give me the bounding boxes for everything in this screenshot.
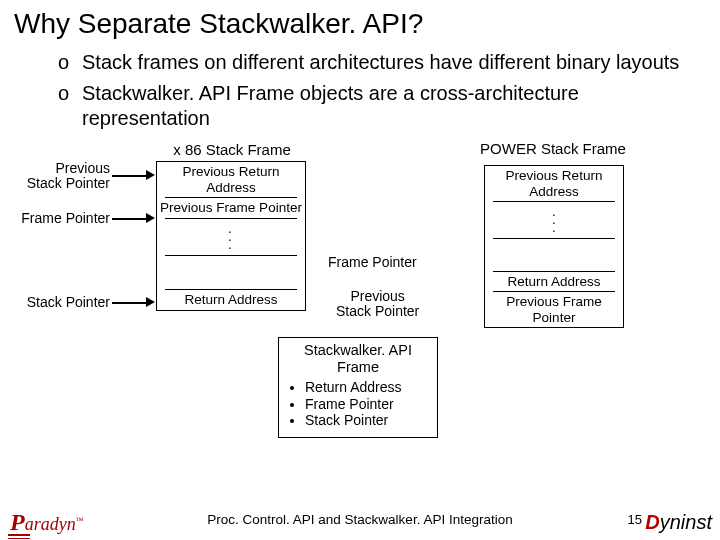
x86-heading: x 86 Stack Frame: [142, 141, 322, 158]
x86-cell: Return Address: [157, 290, 305, 310]
swapi-item: Frame Pointer: [305, 396, 429, 413]
footer-text: Proc. Control. API and Stackwalker. API …: [0, 512, 720, 527]
power-cell: Return Address: [485, 272, 623, 292]
label-prev-sp-mid: Previous Stack Pointer: [336, 289, 419, 320]
dyninst-logo: Dyninst: [645, 511, 712, 534]
label-fp: Frame Pointer: [10, 211, 110, 226]
power-cell: Previous Return Address: [485, 166, 623, 201]
diagram-area: Previous Stack Pointer Frame Pointer Sta…: [10, 147, 710, 427]
swapi-heading: Stackwalker. API Frame: [287, 342, 429, 377]
bullet-item: o Stack frames on different architecture…: [58, 50, 680, 75]
bullet-marker: o: [58, 81, 82, 131]
footer: Proc. Control. API and Stackwalker. API …: [0, 506, 720, 536]
power-cell: Previous Frame Pointer: [485, 292, 623, 327]
paradyn-lines-icon: [8, 534, 30, 540]
label-fp-mid: Frame Pointer: [328, 255, 417, 270]
arrow-head-icon: [146, 297, 155, 307]
power-heading: POWER Stack Frame: [478, 141, 628, 157]
x86-dots: ...: [157, 219, 305, 255]
page-number: 15: [628, 512, 642, 527]
bullet-marker: o: [58, 50, 82, 75]
arrow-head-icon: [146, 213, 155, 223]
arrow-line: [112, 218, 148, 220]
bullet-text: Stack frames on different architectures …: [82, 50, 679, 75]
paradyn-logo: Paradyn™: [10, 509, 84, 536]
bullet-text: Stackwalker. API Frame objects are a cro…: [82, 81, 680, 131]
swapi-item: Return Address: [305, 379, 429, 396]
power-dots: ...: [485, 202, 623, 238]
x86-cell: Previous Frame Pointer: [157, 198, 305, 218]
page-title: Why Separate Stackwalker. API?: [0, 0, 720, 44]
arrow-line: [112, 302, 148, 304]
power-stack-frame-box: Previous Return Address ... Return Addre…: [484, 165, 624, 328]
x86-stack-frame-box: Previous Return Address Previous Frame P…: [156, 161, 306, 311]
label-prev-sp: Previous Stack Pointer: [20, 161, 110, 192]
arrow-head-icon: [146, 170, 155, 180]
arrow-line: [112, 175, 148, 177]
x86-cell: Previous Return Address: [157, 162, 305, 197]
bullet-list: o Stack frames on different architecture…: [0, 44, 720, 147]
label-sp: Stack Pointer: [10, 295, 110, 310]
swapi-item: Stack Pointer: [305, 412, 429, 429]
stackwalker-api-frame-box: Stackwalker. API Frame Return Address Fr…: [278, 337, 438, 438]
bullet-item: o Stackwalker. API Frame objects are a c…: [58, 81, 680, 131]
